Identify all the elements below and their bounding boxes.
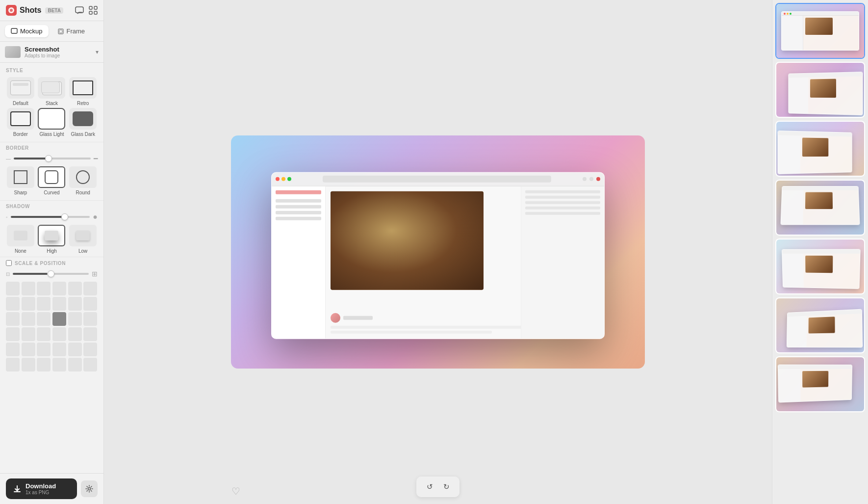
shadow-item-none[interactable]: None (6, 225, 35, 254)
position-cell-2-2[interactable] (22, 297, 35, 311)
pw-content-2 (789, 76, 862, 114)
preview-card-2[interactable] (775, 62, 865, 118)
position-cell-6-6[interactable] (83, 358, 97, 371)
sidebar: Shots BETA Mockup (0, 0, 104, 504)
style-item-glass-dark[interactable]: Glass Dark (68, 108, 98, 137)
position-cell-1-5[interactable] (68, 282, 82, 295)
position-cell-1-1[interactable] (6, 282, 20, 295)
position-cell-6-5[interactable] (68, 358, 82, 371)
preview-card-1[interactable] (775, 3, 865, 59)
shots-logo-icon (6, 5, 17, 16)
pw-main-1 (803, 16, 859, 50)
tab-mockup[interactable]: Mockup (5, 25, 49, 37)
position-cell-5-3[interactable] (37, 343, 51, 356)
style-item-default[interactable]: Default (6, 77, 35, 106)
position-cell-3-1[interactable] (6, 312, 20, 326)
corner-preview-curved (38, 166, 65, 188)
shadow-slider[interactable] (11, 216, 90, 218)
corner-item-round[interactable]: Round (68, 166, 98, 195)
position-cell-3-2[interactable] (22, 312, 35, 326)
position-cell-6-1[interactable] (6, 358, 20, 371)
border-slider[interactable] (14, 158, 91, 159)
undo-button[interactable]: ↺ (422, 479, 437, 494)
preview-card-6[interactable] (775, 297, 865, 353)
position-cell-3-3[interactable] (37, 312, 51, 326)
scale-checkbox[interactable] (6, 260, 12, 266)
style-label-border: Border (13, 132, 28, 137)
svg-point-11 (88, 488, 91, 490)
message-icon[interactable] (75, 6, 84, 15)
download-btn-sub: 1x as PNG (26, 490, 56, 495)
preview-card-7[interactable] (775, 356, 865, 412)
pw-dot-2 (787, 13, 789, 15)
shadow-item-low[interactable]: Low (68, 225, 98, 254)
position-cell-4-1[interactable] (6, 327, 20, 341)
beta-badge: BETA (45, 7, 63, 14)
style-section: STYLE Default Stack (0, 63, 103, 142)
style-preview-glass-light (38, 108, 65, 130)
position-cell-2-3[interactable] (37, 297, 51, 311)
position-cell-5-6[interactable] (83, 343, 97, 356)
preview-card-3[interactable] (775, 121, 865, 177)
position-cell-1-4[interactable] (52, 282, 66, 295)
mockup-tab-icon (11, 28, 18, 35)
style-item-retro[interactable]: Retro (68, 77, 98, 106)
redo-button[interactable]: ↻ (439, 479, 454, 494)
position-cell-4-4[interactable] (52, 327, 66, 341)
preview-window-5 (782, 249, 861, 289)
preview-card-4[interactable] (775, 180, 865, 236)
shadow-low-icon (76, 231, 90, 240)
grid-icon[interactable] (89, 6, 98, 15)
scale-large-icon: ⊞ (92, 270, 98, 278)
style-item-glass-light[interactable]: Glass Light (37, 108, 67, 137)
scale-slider[interactable] (13, 273, 89, 275)
screenshot-thumb (5, 46, 21, 58)
position-cell-5-2[interactable] (22, 343, 35, 356)
position-cell-2-4[interactable] (52, 297, 66, 311)
position-cell-4-5[interactable] (68, 327, 82, 341)
position-cell-3-5[interactable] (68, 312, 82, 326)
corner-item-sharp[interactable]: Sharp (6, 166, 35, 195)
position-cell-1-2[interactable] (22, 282, 35, 295)
corner-item-curved[interactable]: Curved (37, 166, 67, 195)
style-item-stack[interactable]: Stack (37, 77, 67, 106)
preview-card-inner-7 (776, 357, 864, 411)
preview-window-6 (787, 309, 863, 348)
border-slider-row: — ━ (6, 155, 98, 162)
main-photo (331, 191, 484, 290)
bottom-settings-button[interactable] (81, 480, 98, 497)
win-default-icon (10, 80, 31, 95)
position-cell-3-6[interactable] (83, 312, 97, 326)
position-cell-5-1[interactable] (6, 343, 20, 356)
browser-bar (272, 172, 604, 186)
browser-right-sidebar (521, 186, 604, 338)
position-cell-6-3[interactable] (37, 358, 51, 371)
screenshot-selector[interactable]: Screenshot Adapts to image ▾ (0, 42, 103, 63)
position-cell-4-2[interactable] (22, 327, 35, 341)
download-button[interactable]: Download 1x as PNG (6, 478, 77, 499)
preview-card-5[interactable] (775, 239, 865, 294)
position-cell-2-6[interactable] (83, 297, 97, 311)
position-cell-2-1[interactable] (6, 297, 20, 311)
style-item-border[interactable]: Border (6, 108, 35, 137)
shadow-item-high[interactable]: High (37, 225, 67, 254)
position-cell-4-6[interactable] (83, 327, 97, 341)
pw-main-5 (803, 254, 860, 289)
position-cell-2-5[interactable] (68, 297, 82, 311)
position-cell-5-4[interactable] (52, 343, 66, 356)
position-cell-5-5[interactable] (68, 343, 82, 356)
position-cell-6-2[interactable] (22, 358, 35, 371)
position-cell-6-4[interactable] (52, 358, 66, 371)
position-cell-1-3[interactable] (37, 282, 51, 295)
tab-frame[interactable]: Frame (51, 25, 91, 37)
svg-rect-10 (59, 30, 62, 33)
position-cell-4-3[interactable] (37, 327, 51, 341)
username (343, 316, 373, 319)
position-cell-1-6[interactable] (83, 282, 97, 295)
like-button[interactable]: ♡ (231, 485, 240, 497)
browser-control-3 (596, 177, 600, 181)
position-cell-3-4[interactable] (52, 312, 66, 326)
shadow-grid: None High Low (6, 225, 98, 254)
download-btn-title: Download (26, 482, 56, 490)
style-section-title: STYLE (6, 68, 98, 73)
